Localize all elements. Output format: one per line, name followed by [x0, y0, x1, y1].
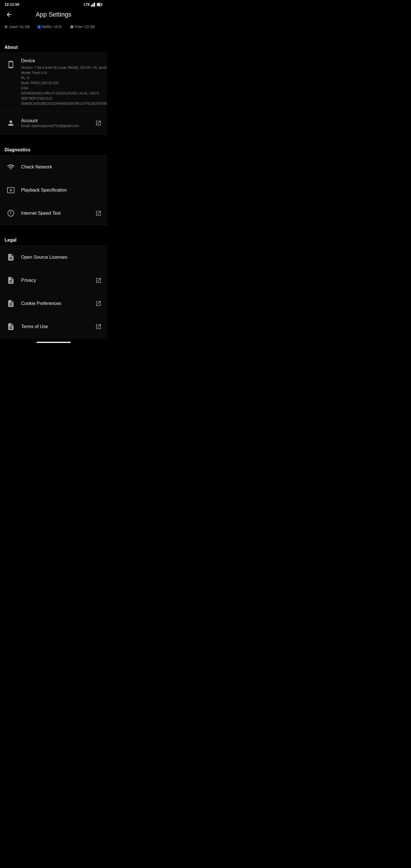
page-title: App Settings: [36, 11, 71, 18]
device-info-item: Device Version: 7.68.4 build 38 (code 35…: [0, 53, 107, 112]
svg-rect-4: [102, 4, 102, 5]
playback-icon: [5, 184, 17, 196]
home-bar: [0, 340, 107, 344]
about-section-header: About: [0, 38, 107, 53]
account-title: Account: [21, 118, 94, 123]
device-info-content: Device Version: 7.68.4 build 38 (code 35…: [21, 58, 107, 106]
storage-netflix: Netflix • 20 B: [38, 25, 70, 29]
diagnostics-section-header: Diagnostics: [0, 141, 107, 156]
open-source-item[interactable]: Open Source Licenses: [0, 246, 107, 269]
speed-icon: [5, 207, 17, 220]
check-network-item[interactable]: Check Network: [0, 156, 107, 179]
svg-marker-2: [94, 3, 95, 6]
storage-bar: Used • 31 GB Netflix • 20 B Free • 23 GB: [0, 23, 107, 31]
privacy-content: Privacy: [21, 278, 94, 283]
signal-icon: [91, 3, 96, 6]
svg-marker-1: [92, 4, 94, 6]
storage-free: Free • 23 GB: [70, 25, 102, 29]
status-bar: 12:11:50 LTE: [0, 0, 107, 8]
status-time: 12:11:50: [5, 2, 20, 6]
device-icon: [5, 58, 17, 71]
speed-test-item[interactable]: Internet Speed Test: [0, 202, 107, 225]
gap1: [0, 32, 107, 38]
storage-used: Used • 31 GB: [5, 25, 36, 29]
open-source-title: Open Source Licenses: [21, 255, 102, 260]
free-label: Free • 23 GB: [75, 25, 95, 29]
battery-icon: [97, 3, 102, 6]
used-label: Used • 31 GB: [9, 25, 30, 29]
cookie-preferences-item[interactable]: Cookie Preferences: [0, 292, 107, 315]
device-title: Device: [21, 58, 107, 63]
network-icon: [5, 161, 17, 173]
privacy-icon: [5, 274, 17, 287]
playback-spec-item[interactable]: Playback Specification: [0, 179, 107, 202]
free-dot: [70, 25, 73, 28]
speed-test-arrow: [94, 209, 102, 217]
lte-icon: LTE: [84, 3, 90, 6]
account-email: Email: optimusprime2710@gmail.com: [21, 124, 94, 128]
speed-test-title: Internet Speed Test: [21, 211, 94, 216]
cookie-preferences-title: Cookie Preferences: [21, 301, 94, 306]
device-details: Version: 7.68.4 build 38 (code 35048), O…: [21, 65, 107, 106]
privacy-item[interactable]: Privacy: [0, 269, 107, 292]
cookie-icon: [5, 297, 17, 310]
svg-rect-5: [98, 3, 100, 5]
account-content: Account Email: optimusprime2710@gmail.co…: [21, 118, 94, 128]
svg-marker-0: [91, 5, 92, 6]
open-source-icon: [5, 251, 17, 264]
cookie-preferences-content: Cookie Preferences: [21, 301, 94, 306]
gap2: [0, 135, 107, 141]
app-header: App Settings: [0, 8, 107, 23]
account-item[interactable]: Account Email: optimusprime2710@gmail.co…: [0, 112, 107, 135]
speed-test-content: Internet Speed Test: [21, 211, 94, 216]
netflix-label: Netflix • 20 B: [42, 25, 62, 29]
playback-spec-title: Playback Specification: [21, 188, 102, 193]
terms-arrow: [94, 323, 102, 331]
terms-icon: [5, 320, 17, 333]
account-icon: [5, 117, 17, 129]
used-dot: [5, 25, 7, 28]
home-bar-line: [36, 342, 71, 343]
status-icons: LTE: [84, 3, 102, 6]
privacy-title: Privacy: [21, 278, 94, 283]
check-network-title: Check Network: [21, 164, 102, 169]
netflix-dot: [38, 25, 40, 28]
cookie-preferences-arrow: [94, 300, 102, 308]
gap3: [0, 225, 107, 231]
privacy-arrow: [94, 276, 102, 284]
terms-content: Terms of Use: [21, 324, 94, 329]
playback-spec-content: Playback Specification: [21, 188, 102, 193]
open-source-content: Open Source Licenses: [21, 255, 102, 260]
back-button[interactable]: [5, 10, 14, 19]
legal-section-header: Legal: [0, 231, 107, 246]
terms-title: Terms of Use: [21, 324, 94, 329]
terms-of-use-item[interactable]: Terms of Use: [0, 315, 107, 338]
check-network-content: Check Network: [21, 164, 102, 169]
account-arrow: [94, 119, 102, 127]
